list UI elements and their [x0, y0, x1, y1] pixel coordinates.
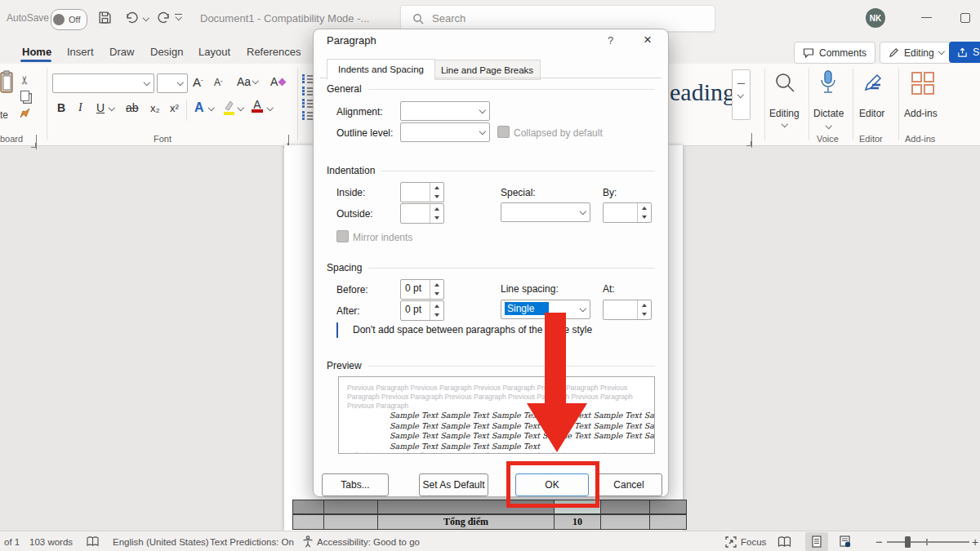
share-button[interactable]: Sha	[949, 42, 980, 63]
dictate-button[interactable]: Dictate	[813, 108, 844, 119]
account-avatar[interactable]: NK	[866, 8, 885, 28]
cut-icon[interactable]: ✂	[18, 75, 31, 85]
table-cell[interactable]	[601, 500, 650, 514]
strikethrough-button[interactable]: ab	[126, 101, 139, 114]
spinner-buttons[interactable]	[430, 204, 443, 223]
table-cell[interactable]	[292, 500, 324, 514]
web-layout-button[interactable]	[840, 531, 851, 551]
undo-dropdown-icon[interactable]	[143, 15, 149, 21]
accessibility-status[interactable]: Accessibility: Good to go	[317, 531, 420, 551]
alignment-combobox[interactable]	[400, 101, 490, 121]
spinner-buttons[interactable]	[430, 183, 443, 202]
outside-spinner[interactable]	[400, 203, 444, 224]
chevron-down-icon[interactable]	[267, 104, 274, 111]
redo-icon[interactable]	[157, 11, 172, 25]
format-painter-icon[interactable]	[19, 107, 31, 119]
chevron-down-icon[interactable]	[238, 104, 244, 111]
undo-icon[interactable]	[124, 11, 139, 25]
shrink-font-button[interactable]: Aˇ	[214, 77, 223, 88]
table-cell[interactable]	[324, 500, 378, 514]
restore-icon[interactable]	[960, 13, 970, 23]
bullets-icon[interactable]	[302, 73, 313, 82]
page-indicator[interactable]: of 1	[4, 531, 20, 551]
table-cell[interactable]	[650, 514, 687, 530]
clipboard-dialog-launcher-icon[interactable]	[36, 135, 37, 149]
before-spinner[interactable]: 0 pt	[400, 279, 444, 300]
table-cell[interactable]	[292, 514, 324, 530]
zoom-slider-thumb[interactable]	[905, 536, 911, 548]
dialog-close-icon[interactable]: ×	[644, 32, 652, 48]
highlight-color-button[interactable]	[222, 100, 235, 116]
indent-icon[interactable]	[302, 110, 313, 119]
underline-button[interactable]: U	[96, 101, 105, 114]
chevron-down-icon[interactable]	[576, 300, 590, 318]
print-layout-button[interactable]	[805, 532, 828, 551]
paste-icon[interactable]	[0, 70, 13, 95]
comments-button[interactable]: Comments	[794, 42, 875, 64]
at-spinner[interactable]	[603, 300, 652, 320]
editing-group-button[interactable]: Editing	[769, 108, 800, 119]
dialog-help-button[interactable]: ?	[608, 34, 613, 47]
text-predictions[interactable]: Text Predictions: On	[210, 531, 294, 551]
clear-formatting-button[interactable]: A	[270, 75, 285, 88]
chevron-down-icon[interactable]	[576, 203, 590, 221]
language-indicator[interactable]: English (United States)	[113, 531, 209, 551]
cancel-button[interactable]: Cancel	[595, 473, 662, 496]
by-spinner[interactable]	[603, 202, 652, 223]
autosave-toggle[interactable]: Off	[51, 9, 87, 30]
set-as-default-button[interactable]: Set As Default	[419, 473, 488, 496]
styles-dialog-launcher-icon[interactable]	[751, 133, 752, 148]
spinner-buttons[interactable]	[430, 301, 443, 320]
table-cell-total-value[interactable]: 10	[555, 514, 601, 530]
minimize-icon[interactable]	[921, 17, 932, 18]
chevron-down-icon[interactable]	[475, 123, 489, 141]
superscript-button[interactable]: x²	[170, 102, 179, 114]
spinner-buttons[interactable]	[637, 300, 651, 319]
after-spinner[interactable]: 0 pt	[400, 300, 444, 321]
styles-gallery-item-partial[interactable]: eading	[670, 78, 735, 106]
font-color-button[interactable]: A	[252, 100, 263, 113]
copy-icon[interactable]	[20, 91, 29, 101]
word-count[interactable]: 103 words	[29, 531, 73, 551]
table-cell-total-label[interactable]: Tổng điểm	[378, 514, 555, 530]
subscript-button[interactable]: x₂	[150, 102, 160, 114]
italic-button[interactable]: I	[78, 101, 82, 114]
inside-spinner[interactable]	[400, 182, 444, 202]
tabs-button[interactable]: Tabs...	[322, 473, 389, 496]
dialog-tab-indents[interactable]: Indents and Spacing	[327, 59, 435, 80]
zoom-out-button[interactable]: −	[875, 531, 883, 551]
styles-gallery-more-button[interactable]	[732, 69, 751, 120]
spinner-buttons[interactable]	[637, 203, 651, 222]
font-size-combobox[interactable]	[157, 73, 188, 93]
tab-insert[interactable]: Insert	[65, 41, 96, 63]
font-name-combobox[interactable]	[52, 73, 154, 93]
chevron-down-icon[interactable]	[109, 104, 115, 111]
tab-design[interactable]: Design	[149, 41, 185, 63]
change-case-button[interactable]: Aa	[237, 75, 258, 88]
editing-mode-button[interactable]: Editing	[880, 42, 952, 64]
table-cell[interactable]	[324, 514, 378, 530]
grow-font-button[interactable]: Aˆ	[193, 75, 203, 89]
zoom-slider-track[interactable]	[887, 541, 969, 543]
chevron-down-icon[interactable]	[173, 74, 187, 92]
proofing-book-icon[interactable]	[87, 531, 99, 551]
multilevel-list-icon[interactable]	[302, 98, 313, 107]
read-mode-button[interactable]	[777, 531, 791, 551]
text-effects-button[interactable]: A	[194, 100, 204, 115]
dont-add-space-checkbox[interactable]	[336, 322, 338, 338]
tab-references[interactable]: References	[245, 41, 302, 63]
paste-label-partial[interactable]: te	[0, 109, 8, 121]
chevron-down-icon[interactable]	[140, 74, 154, 92]
spinner-buttons[interactable]	[430, 280, 443, 299]
special-combobox[interactable]	[501, 202, 590, 222]
tab-draw[interactable]: Draw	[108, 41, 136, 63]
focus-button[interactable]: Focus	[725, 531, 766, 551]
chevron-down-icon[interactable]	[208, 104, 215, 111]
outline-level-combobox[interactable]	[400, 122, 490, 142]
zoom-in-button[interactable]: +	[972, 531, 978, 551]
editor-button[interactable]: Editor	[859, 108, 884, 119]
save-icon[interactable]	[98, 11, 112, 24]
tab-layout[interactable]: Layout	[197, 41, 232, 63]
numbering-icon[interactable]	[302, 86, 313, 95]
addins-button[interactable]: Add-ins	[904, 108, 938, 119]
